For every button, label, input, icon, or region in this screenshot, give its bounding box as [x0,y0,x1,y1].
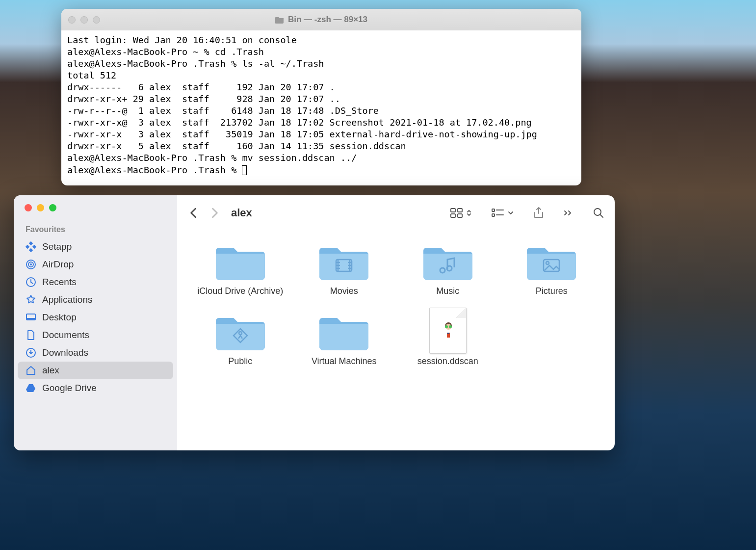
terminal-title-text: Bin — -zsh — 89×13 [288,15,367,25]
terminal-line: -rwxr-xr-x 3 alex staff 35019 Jan 18 17:… [67,129,537,139]
close-button[interactable] [25,204,32,211]
gdrive-icon [26,383,36,393]
group-button[interactable] [491,208,514,218]
terminal-line: alex@Alexs-MacBook-Pro .Trash % [67,165,242,175]
sidebar-item-downloads[interactable]: Downloads [18,344,173,362]
file-label: Music [436,286,459,297]
setapp-icon [26,241,36,252]
sidebar-item-recents[interactable]: Recents [18,273,173,291]
sidebar-item-label: Setapp [42,241,72,252]
toolbar-right [450,207,604,219]
folder-pictures[interactable]: Pictures [502,238,601,297]
sidebar-item-airdrop[interactable]: AirDrop [18,256,173,273]
clock-icon [26,277,36,288]
folder-icon [421,238,474,283]
terminal-line: -rw-r--r--@ 1 alex staff 6148 Jan 18 17:… [67,105,379,116]
svg-rect-9 [26,318,35,320]
chevron-updown-icon [467,209,471,217]
nav-arrows [188,208,220,218]
desktop-icon [26,312,36,323]
finder-main: alex [177,195,615,450]
terminal-line: Last login: Wed Jan 20 16:40:51 on conso… [67,35,297,45]
terminal-line: drwx------ 6 alex staff 192 Jan 20 17:07… [67,82,335,92]
folder-icon [317,238,370,283]
sidebar-item-label: Downloads [42,347,88,358]
sidebar-item-label: AirDrop [42,259,74,270]
terminal-line: total 512 [67,70,116,80]
svg-rect-13 [451,214,455,217]
svg-point-24 [445,325,448,328]
sidebar-item-label: Applications [42,294,92,305]
svg-rect-2 [26,245,29,249]
sidebar-item-google-drive[interactable]: Google Drive [18,379,173,397]
svg-rect-1 [29,248,33,252]
svg-point-25 [449,325,452,328]
share-icon [533,207,544,219]
share-button[interactable] [533,207,544,219]
view-mode-button[interactable] [450,208,471,218]
more-button[interactable] [564,210,574,216]
downloads-icon [26,347,36,358]
terminal-titlebar[interactable]: Bin — -zsh — 89×13 [61,9,581,30]
finder-toolbar: alex [177,195,615,231]
applications-icon [26,294,36,305]
sidebar-item-setapp[interactable]: Setapp [18,238,173,256]
documents-icon [26,330,36,340]
folder-virtual-machines[interactable]: Virtual Machines [295,309,394,367]
sidebar-item-label: alex [42,365,59,376]
sidebar-item-label: Recents [42,277,77,288]
folder-icon [525,238,578,283]
terminal-window: Bin — -zsh — 89×13 Last login: Wed Jan 2… [61,9,581,185]
folder-music[interactable]: Music [398,238,497,297]
file-label: Movies [330,286,358,297]
search-button[interactable] [593,208,604,218]
folder-icon [317,309,370,353]
airdrop-icon [26,259,36,270]
folder-icloud-archive[interactable]: iCloud Drive (Archive) [191,238,290,297]
file-label: iCloud Drive (Archive) [197,286,283,297]
terminal-line: drwxr-xr-x+ 29 alex staff 928 Jan 20 17:… [67,94,340,104]
finder-location-title: alex [231,207,252,219]
minimize-button[interactable] [37,204,44,211]
finder-content[interactable]: iCloud Drive (Archive) Movies Music Pict… [177,231,615,450]
folder-icon [214,309,267,353]
svg-rect-15 [492,209,495,211]
file-label: Public [228,356,252,367]
sidebar-item-home[interactable]: alex [18,362,173,379]
terminal-line: alex@Alexs-MacBook-Pro .Trash % ls -al ~… [67,58,324,69]
finder-window: Favourites Setapp AirDrop Recents Applic… [14,195,615,450]
sidebar-item-documents[interactable]: Documents [18,326,173,344]
terminal-line: drwxr-xr-x 5 alex staff 160 Jan 14 11:35… [67,141,406,151]
terminal-line: -rwxr-xr-x@ 3 alex staff 213702 Jan 18 1… [67,117,532,128]
file-session-ddscan[interactable]: session.ddscan [398,309,497,367]
terminal-cursor [242,165,247,175]
terminal-line: alex@Alexs-MacBook-Pro .Trash % mv sessi… [67,153,357,163]
folder-public[interactable]: Public [191,309,290,367]
svg-rect-11 [451,209,455,212]
forward-button[interactable] [209,208,220,218]
svg-rect-14 [458,214,462,217]
svg-rect-16 [492,214,495,216]
finder-sidebar: Favourites Setapp AirDrop Recents Applic… [14,195,177,450]
sidebar-item-desktop[interactable]: Desktop [18,309,173,326]
terminal-title: Bin — -zsh — 89×13 [61,15,581,25]
sidebar-section-title: Favourites [14,211,177,238]
sidebar-item-label: Google Drive [42,383,97,393]
terminal-body[interactable]: Last login: Wed Jan 20 16:40:51 on conso… [61,30,581,180]
svg-rect-26 [447,333,449,334]
svg-rect-12 [458,209,462,212]
zoom-button[interactable] [49,204,56,211]
sidebar-item-label: Desktop [42,312,77,323]
file-label: session.ddscan [417,356,478,367]
group-icon [491,208,505,218]
svg-point-6 [30,263,32,265]
file-label: Virtual Machines [312,356,377,367]
grid-icon [450,208,464,218]
search-icon [593,208,604,218]
chevron-down-icon [508,211,514,215]
folder-movies[interactable]: Movies [295,238,394,297]
folder-icon [275,16,284,24]
sidebar-item-applications[interactable]: Applications [18,291,173,309]
terminal-line: alex@Alexs-MacBook-Pro ~ % cd .Trash [67,47,264,57]
back-button[interactable] [188,208,199,218]
